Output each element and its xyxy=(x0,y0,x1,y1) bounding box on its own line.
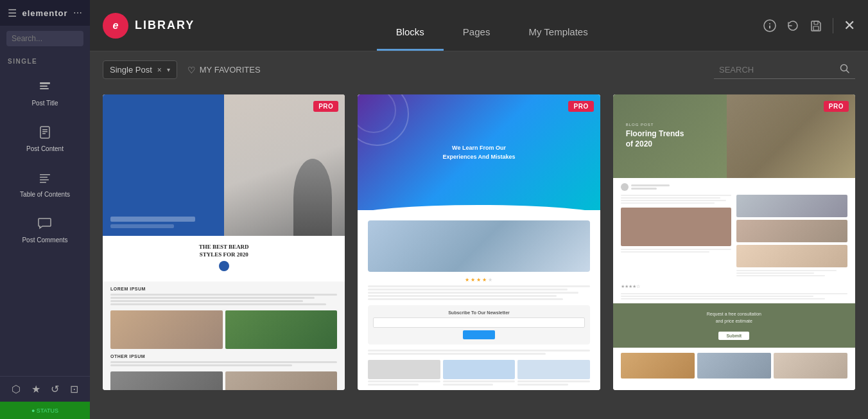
info-icon[interactable] xyxy=(763,19,776,32)
filter-dropdown-arrow-icon: ▾ xyxy=(167,66,170,73)
t1-section2-title: OTHER IPSUM xyxy=(110,354,337,359)
svg-rect-7 xyxy=(40,174,50,175)
sidebar-items-list: Post Title Post Content xyxy=(0,69,90,254)
svg-rect-0 xyxy=(40,82,50,84)
t1-image-grid xyxy=(110,310,337,349)
refresh-icon[interactable] xyxy=(786,19,799,32)
sidebar-top-bar: ☰ elementor ⋯ xyxy=(0,0,90,26)
tab-my-templates[interactable]: My Templates xyxy=(509,0,607,51)
t2-bottom-grid xyxy=(368,360,589,386)
svg-rect-8 xyxy=(40,177,48,178)
star-icon[interactable]: ★ xyxy=(31,383,40,395)
hexagon-icon[interactable]: ⬡ xyxy=(12,383,21,395)
close-button[interactable]: ✕ xyxy=(844,17,855,34)
library-header: e LIBRARY Blocks Pages My Templates xyxy=(90,0,868,51)
library-header-actions: ✕ xyxy=(763,17,855,34)
svg-rect-1 xyxy=(40,85,48,87)
sidebar-item-table-of-contents-label: Table of Contents xyxy=(20,191,70,198)
template-1-preview: THE BEST BEARDSTYLES FOR 2020 LOREM IPSU… xyxy=(103,94,345,390)
svg-rect-13 xyxy=(769,25,770,28)
favorites-label: MY FAVORITES xyxy=(200,65,261,75)
t3-article-meta xyxy=(621,183,847,191)
svg-rect-10 xyxy=(40,182,46,183)
svg-rect-15 xyxy=(813,26,819,30)
template-card-1[interactable]: PRO THE BEST xyxy=(103,94,345,390)
main-area: e LIBRARY Blocks Pages My Templates xyxy=(90,0,868,419)
library-tabs: Blocks Pages My Templates xyxy=(220,0,763,51)
status-text: ● STATUS xyxy=(31,407,58,414)
table-of-contents-icon xyxy=(37,170,53,188)
t1-hero-left xyxy=(103,94,224,236)
pro-badge-1: PRO xyxy=(313,101,338,112)
responsive-icon[interactable]: ⊡ xyxy=(70,383,78,395)
heart-icon: ♡ xyxy=(187,65,196,75)
filter-dropdown-label: Single Post xyxy=(110,65,152,75)
svg-rect-6 xyxy=(42,133,46,134)
svg-rect-3 xyxy=(40,127,49,138)
sidebar-item-post-comments-label: Post Comments xyxy=(22,236,67,244)
pro-badge-3: PRO xyxy=(824,101,849,112)
search-icon[interactable] xyxy=(840,64,850,76)
t2-body-lines xyxy=(368,285,589,300)
template-card-3[interactable]: PRO BLOG POST Flooring Trendsof 2020 xyxy=(613,94,855,390)
svg-rect-5 xyxy=(42,131,48,132)
sidebar-search-area xyxy=(0,26,90,51)
t3-hero: BLOG POST Flooring Trendsof 2020 xyxy=(613,94,855,178)
sidebar-bottom-toolbar: ⬡ ★ ↺ ⊡ xyxy=(0,376,90,402)
sidebar-item-post-content[interactable]: Post Content xyxy=(5,117,85,160)
elementor-logo-text: elementor xyxy=(22,8,67,18)
template-search-input[interactable] xyxy=(719,65,835,75)
sidebar-section-label: SINGLE xyxy=(0,51,90,69)
tab-pages[interactable]: Pages xyxy=(444,0,510,51)
sidebar-item-post-title[interactable]: Post Title xyxy=(5,71,85,114)
t2-hero: We Learn From OurExperiences And Mistake… xyxy=(358,94,600,210)
elementor-logo: elementor xyxy=(22,8,67,18)
post-content-icon xyxy=(37,125,53,143)
t2-body: ★★★★★ Subscribe To Our Newsletter xyxy=(358,215,600,390)
pro-badge-2: PRO xyxy=(568,101,593,112)
sidebar-item-table-of-contents[interactable]: Table of Contents xyxy=(5,163,85,206)
hamburger-icon[interactable]: ☰ xyxy=(8,7,17,19)
svg-rect-4 xyxy=(42,129,48,130)
filter-remove-icon[interactable]: × xyxy=(157,66,162,75)
library-logo: e LIBRARY xyxy=(103,13,195,39)
library-logo-icon: e xyxy=(103,13,128,39)
svg-point-12 xyxy=(769,23,770,24)
single-post-filter[interactable]: Single Post × ▾ xyxy=(103,60,177,79)
t2-subscribe-box: Subscribe To Our Newsletter xyxy=(368,305,589,344)
t3-body: ★★★★☆ Request a free consultationand pri… xyxy=(613,178,855,386)
history-icon[interactable]: ↺ xyxy=(51,383,59,395)
header-divider xyxy=(833,18,833,33)
my-favorites-button[interactable]: ♡ MY FAVORITES xyxy=(187,65,261,75)
t3-bottom-images xyxy=(621,353,847,381)
post-comments-icon xyxy=(37,216,53,234)
template-card-2[interactable]: PRO We Learn From OurExperiences And Mis… xyxy=(358,94,600,390)
save-icon[interactable] xyxy=(810,19,822,32)
t2-team-image xyxy=(368,220,589,272)
sidebar-search-input[interactable] xyxy=(6,31,83,46)
t1-article-title: THE BEST BEARDSTYLES FOR 2020 xyxy=(103,236,345,281)
tab-blocks[interactable]: Blocks xyxy=(377,0,444,51)
sidebar-item-post-comments[interactable]: Post Comments xyxy=(5,208,85,251)
svg-rect-9 xyxy=(40,179,49,181)
t2-subscribe-title: Subscribe To Our Newsletter xyxy=(373,310,584,315)
template-2-preview: We Learn From OurExperiences And Mistake… xyxy=(358,94,600,390)
filter-bar: Single Post × ▾ ♡ MY FAVORITES xyxy=(90,51,868,88)
library-title: LIBRARY xyxy=(135,19,195,32)
t3-hero-title: Flooring Trendsof 2020 xyxy=(626,129,684,149)
t1-section1-title: LOREM IPSUM xyxy=(110,287,337,291)
grid-icon[interactable]: ⋯ xyxy=(73,8,82,18)
t3-two-column xyxy=(621,195,847,280)
sidebar-item-post-title-label: Post Title xyxy=(31,100,58,107)
templates-grid-wrapper[interactable]: PRO THE BEST xyxy=(90,88,868,419)
t3-hero-label: BLOG POST xyxy=(626,123,684,127)
svg-rect-2 xyxy=(40,88,49,89)
sidebar: ☰ elementor ⋯ SINGLE Post Title xyxy=(0,0,90,419)
t1-image-grid-2 xyxy=(110,371,337,390)
post-title-icon xyxy=(37,79,53,97)
templates-grid: PRO THE BEST xyxy=(103,94,855,390)
template-3-preview: BLOG POST Flooring Trendsof 2020 xyxy=(613,94,855,390)
svg-line-17 xyxy=(847,70,849,73)
t1-hero xyxy=(103,94,345,236)
sidebar-item-post-content-label: Post Content xyxy=(26,145,64,152)
